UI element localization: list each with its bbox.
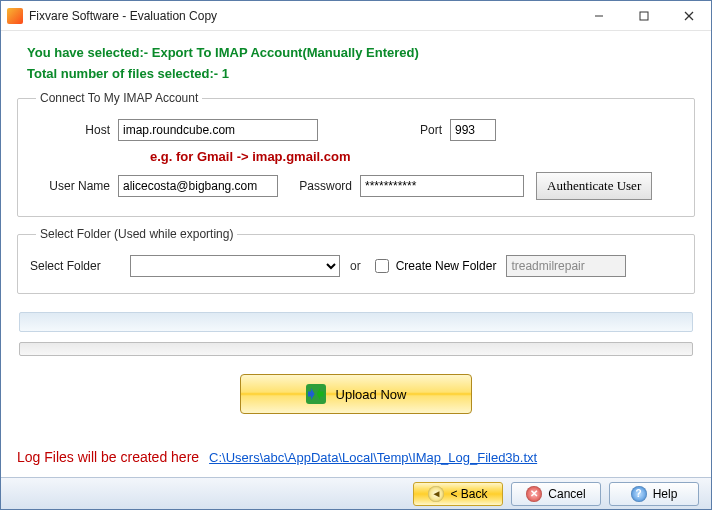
password-label: Password — [286, 179, 352, 193]
create-folder-label: Create New Folder — [396, 259, 497, 273]
gmail-hint: e.g. for Gmail -> imap.gmail.com — [150, 149, 682, 164]
upload-icon — [306, 384, 326, 404]
host-label: Host — [30, 123, 110, 137]
status-bar — [19, 312, 693, 332]
or-label: or — [350, 259, 361, 273]
back-icon: ◄ — [428, 486, 444, 502]
log-path-link[interactable]: C:\Users\abc\AppData\Local\Temp\IMap_Log… — [209, 450, 537, 465]
log-line: Log Files will be created here C:\Users\… — [17, 449, 537, 465]
password-input[interactable] — [360, 175, 524, 197]
authenticate-button[interactable]: Authenticate User — [536, 172, 652, 200]
progress-bar — [19, 342, 693, 356]
folder-group-legend: Select Folder (Used while exporting) — [36, 227, 237, 241]
cancel-button-label: Cancel — [548, 487, 585, 501]
create-folder-checkbox[interactable] — [375, 259, 389, 273]
imap-group: Connect To My IMAP Account Host Port e.g… — [17, 91, 695, 217]
new-folder-input[interactable] — [506, 255, 626, 277]
help-button-label: Help — [653, 487, 678, 501]
footer: ◄ < Back ✕ Cancel ? Help — [1, 477, 711, 509]
upload-button-label: Upload Now — [336, 387, 407, 402]
port-input[interactable] — [450, 119, 496, 141]
maximize-button[interactable] — [621, 1, 666, 31]
imap-group-legend: Connect To My IMAP Account — [36, 91, 202, 105]
back-button[interactable]: ◄ < Back — [413, 482, 503, 506]
window-title: Fixvare Software - Evaluation Copy — [29, 9, 217, 23]
port-label: Port — [402, 123, 442, 137]
username-label: User Name — [30, 179, 110, 193]
info-count-line: Total number of files selected:- 1 — [27, 66, 695, 81]
folder-group: Select Folder (Used while exporting) Sel… — [17, 227, 695, 294]
back-button-label: < Back — [450, 487, 487, 501]
select-folder-label: Select Folder — [30, 259, 120, 273]
cancel-icon: ✕ — [526, 486, 542, 502]
cancel-button[interactable]: ✕ Cancel — [511, 482, 601, 506]
titlebar: Fixvare Software - Evaluation Copy — [1, 1, 711, 31]
upload-button[interactable]: Upload Now — [240, 374, 472, 414]
app-icon — [7, 8, 23, 24]
create-folder-checkbox-wrap[interactable]: Create New Folder — [371, 256, 497, 276]
svg-rect-1 — [640, 12, 648, 20]
help-icon: ? — [631, 486, 647, 502]
select-folder-dropdown[interactable] — [130, 255, 340, 277]
username-input[interactable] — [118, 175, 278, 197]
info-export-line: You have selected:- Export To IMAP Accou… — [27, 45, 695, 60]
help-button[interactable]: ? Help — [609, 482, 699, 506]
log-label: Log Files will be created here — [17, 449, 199, 465]
host-input[interactable] — [118, 119, 318, 141]
close-button[interactable] — [666, 1, 711, 31]
minimize-button[interactable] — [576, 1, 621, 31]
